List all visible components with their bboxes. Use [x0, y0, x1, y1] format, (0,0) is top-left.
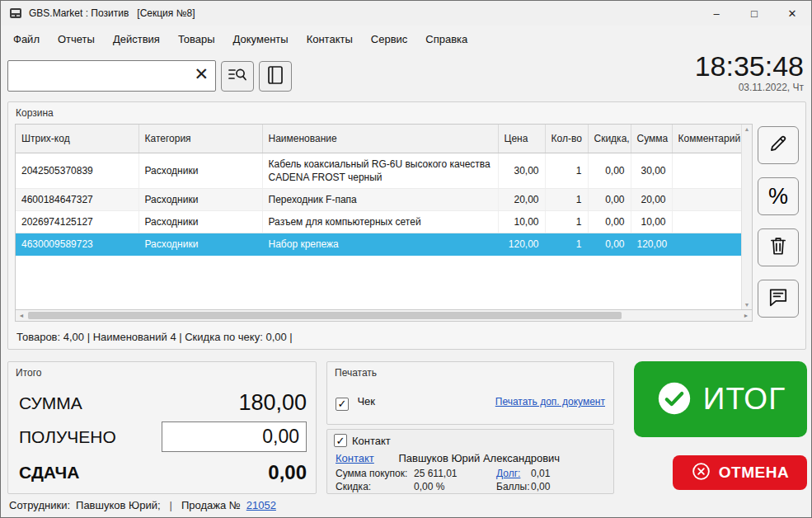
maximize-icon: □: [751, 7, 758, 20]
column-header-qty[interactable]: Кол-во: [545, 125, 588, 153]
cart-title: Корзина: [8, 102, 805, 119]
receipt-label: Чек: [357, 395, 375, 407]
search-icon: [228, 66, 247, 87]
purchases-value: 25 611,01: [414, 468, 496, 479]
receipt-checkbox[interactable]: ✓: [336, 398, 349, 411]
discount-button[interactable]: %: [758, 177, 799, 215]
sale-number-link[interactable]: 21052: [246, 499, 276, 511]
table-row[interactable]: 2026974125127 Расходники Разъем для комп…: [16, 211, 741, 233]
column-header-barcode[interactable]: Штрих-код: [16, 125, 138, 153]
scroll-down-icon[interactable]: ▼: [744, 302, 750, 308]
cell-comment: [672, 211, 741, 233]
change-label: СДАЧА: [19, 463, 79, 483]
totals-panel: Итого СУММА 180,00 ПОЛУЧЕНО СДАЧА 0,00: [7, 361, 317, 494]
cancel-button-label: ОТМЕНА: [719, 464, 789, 482]
scrollbar-thumb[interactable]: [28, 312, 622, 319]
cell-barcode: 4630009589723: [16, 233, 138, 256]
received-input[interactable]: [162, 421, 307, 452]
menu-item-service[interactable]: Сервис: [362, 27, 417, 51]
sale-label: Продажа №: [181, 499, 241, 511]
contact-checkbox[interactable]: ✓: [334, 434, 347, 447]
comment-icon: [767, 286, 789, 311]
sum-label: СУММА: [19, 393, 82, 413]
menu-item-file[interactable]: Файл: [4, 27, 49, 51]
search-box: ✕: [7, 60, 216, 92]
cell-sum: 30,00: [631, 153, 672, 188]
received-label: ПОЛУЧЕНО: [19, 427, 116, 447]
check-circle-icon: [655, 379, 693, 420]
statusbar-separator: |: [170, 499, 172, 511]
print-panel: Печатать ✓ Чек Печатать доп. документ: [326, 361, 614, 425]
total-button[interactable]: ИТОГ: [634, 361, 807, 437]
titlebar: GBS.Market : Позитив [Секция №8] – □ ✕: [1, 1, 811, 26]
menu-item-reports[interactable]: Отчеты: [49, 27, 104, 51]
cell-name: Разъем для компьютерных сетей: [262, 211, 498, 233]
column-header-price[interactable]: Цена: [498, 125, 545, 153]
contact-panel: ✓ Контакт Контакт Павшуков Юрий Александ…: [326, 429, 614, 494]
comment-button[interactable]: [758, 280, 799, 318]
column-header-discount[interactable]: Скидка,: [588, 125, 631, 153]
clock-time: 18:35:48: [695, 52, 804, 82]
app-window: GBS.Market : Позитив [Секция №8] – □ ✕ Ф…: [0, 0, 812, 518]
cell-category: Расходники: [138, 233, 262, 256]
cell-sum: 20,00: [631, 188, 672, 210]
menu-item-contacts[interactable]: Контакты: [298, 27, 362, 51]
vertical-scrollbar[interactable]: ▲ ▼: [741, 125, 752, 309]
menu-item-documents[interactable]: Документы: [224, 27, 298, 51]
column-header-comment[interactable]: Комментарий: [672, 125, 741, 153]
cart-table-zone: Штрих-код Категория Наименование Цена Ко…: [15, 124, 753, 310]
minimize-button[interactable]: –: [697, 1, 735, 26]
cell-name: Кабель коаксиальный RG-6U высокого качес…: [262, 153, 498, 188]
cell-barcode: 2042505370839: [16, 153, 138, 188]
cell-qty: 1: [545, 188, 588, 210]
contact-discount-label: Скидка:: [336, 481, 414, 492]
cell-discount: 0,00: [588, 153, 631, 188]
menu-item-actions[interactable]: Действия: [104, 27, 169, 51]
window-section-label: [Секция №8]: [137, 7, 195, 19]
search-button[interactable]: [221, 61, 254, 92]
table-row[interactable]: 4600184647327 Расходники Переходник F-па…: [16, 188, 741, 210]
search-input[interactable]: [13, 63, 185, 89]
menubar: Файл Отчеты Действия Товары Документы Ко…: [1, 26, 811, 52]
cell-name: Набор крепежа: [262, 233, 498, 256]
cell-price: 10,00: [498, 211, 545, 233]
menu-item-help[interactable]: Справка: [416, 27, 476, 51]
cell-comment: [672, 188, 741, 210]
check-icon: ✓: [336, 436, 345, 446]
clock-date: 03.11.2022, Чт: [695, 82, 804, 93]
scroll-left-icon[interactable]: ◄: [16, 313, 27, 318]
cell-qty: 1: [545, 211, 588, 233]
maximize-button[interactable]: □: [735, 1, 773, 26]
print-extra-doc-link[interactable]: Печатать доп. документ: [495, 396, 605, 407]
change-value: 0,00: [268, 461, 307, 484]
contact-panel-title: Контакт: [352, 435, 391, 447]
horizontal-scrollbar[interactable]: ◄ ►: [15, 310, 753, 322]
delete-item-button[interactable]: [758, 228, 799, 266]
points-value: 0,00: [531, 481, 607, 492]
column-header-name[interactable]: Наименование: [262, 125, 498, 153]
table-row-selected[interactable]: 4630009589723 Расходники Набор крепежа 1…: [16, 233, 741, 256]
clear-search-icon[interactable]: ✕: [194, 64, 209, 84]
cell-discount: 0,00: [588, 188, 631, 210]
cancel-button[interactable]: ОТМЕНА: [673, 455, 807, 490]
cell-comment: [672, 153, 741, 188]
close-button[interactable]: ✕: [773, 1, 811, 26]
column-header-sum[interactable]: Сумма: [631, 125, 672, 153]
window-title: GBS.Market : Позитив: [29, 7, 129, 19]
edit-item-button[interactable]: [758, 126, 799, 164]
column-header-category[interactable]: Категория: [138, 125, 262, 153]
cart-panel: Корзина Штрих-код Категория Наименование…: [7, 101, 806, 350]
scroll-right-icon[interactable]: ►: [740, 313, 752, 318]
trash-icon: [767, 235, 789, 260]
contact-link[interactable]: Контакт: [336, 452, 374, 464]
menu-item-goods[interactable]: Товары: [169, 27, 224, 51]
table-row[interactable]: 2042505370839 Расходники Кабель коаксиал…: [16, 153, 741, 188]
cell-qty: 1: [545, 233, 588, 256]
cell-category: Расходники: [138, 188, 262, 210]
total-button-label: ИТОГ: [703, 382, 786, 417]
cell-discount: 0,00: [588, 233, 631, 256]
scroll-up-icon[interactable]: ▲: [744, 126, 750, 132]
bookmark-button[interactable]: [259, 61, 292, 92]
cell-comment: [672, 233, 741, 256]
debt-link[interactable]: Долг:: [496, 468, 531, 479]
